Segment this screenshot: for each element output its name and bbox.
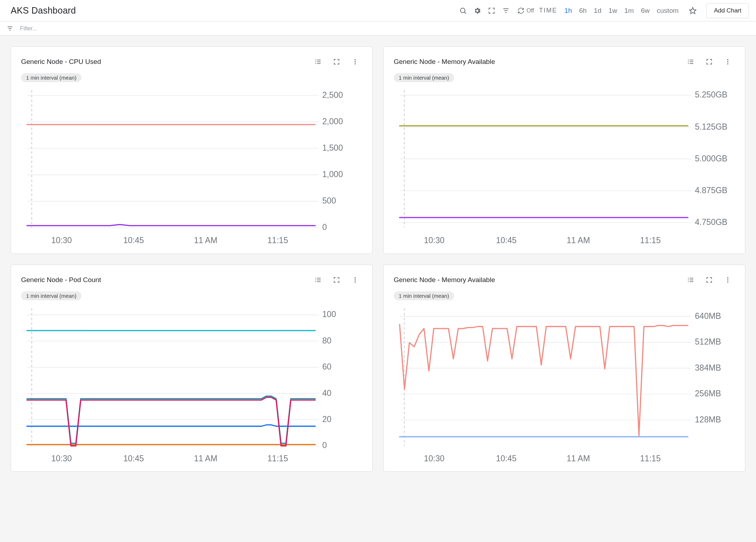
time-option-custom[interactable]: custom [657,7,678,15]
svg-text:10:45: 10:45 [496,453,517,463]
series-pod-blue [27,425,315,426]
add-chart-button[interactable]: Add Chart [706,3,749,18]
svg-text:11 AM: 11 AM [567,236,590,245]
time-label: TIME [539,7,557,14]
fullscreen-icon[interactable] [485,4,498,17]
aggregation-chip[interactable]: 1 min interval (mean) [394,73,454,82]
svg-text:256MB: 256MB [695,389,721,398]
svg-line-1 [464,12,466,14]
more-vert-icon[interactable] [721,273,734,286]
svg-point-41 [727,59,728,60]
svg-text:1,500: 1,500 [322,143,343,152]
app-bar: AKS Dashboard Off TIME 1h6h1d1w1m6wcusto… [0,0,756,21]
time-option-6h[interactable]: 6h [579,7,587,15]
legend-icon[interactable] [312,55,324,68]
fullscreen-icon[interactable] [330,55,343,68]
refresh-label: Off [527,7,534,14]
svg-text:11:15: 11:15 [640,236,661,245]
time-option-1m[interactable]: 1m [625,7,634,15]
chart-card: Generic Node - Memory Available1 min int… [383,46,745,254]
filter-input[interactable] [17,23,749,34]
series-mem-high [399,324,688,436]
fullscreen-icon[interactable] [703,55,716,68]
svg-text:10:45: 10:45 [496,236,517,245]
svg-text:60: 60 [322,362,332,371]
chart-card: Generic Node - Pod Count1 min interval (… [11,265,373,472]
chart-plot[interactable]: 05001,0001,5002,0002,50010:3010:4511 AM1… [21,84,362,248]
more-vert-icon[interactable] [349,273,362,286]
legend-icon[interactable] [312,273,324,286]
series-cpu-b [27,225,315,226]
svg-text:1,000: 1,000 [322,170,343,179]
filter-icon[interactable] [4,22,16,35]
chart-title: Generic Node - Memory Available [394,58,495,66]
legend-icon[interactable] [684,55,697,68]
svg-text:0: 0 [322,222,327,232]
refresh-toggle[interactable]: Off [517,7,534,14]
svg-text:10:30: 10:30 [424,236,444,245]
chart-title: Generic Node - Pod Count [21,276,101,284]
aggregation-chip[interactable]: 1 min interval (mean) [21,291,81,300]
filter-bar [0,21,756,36]
chart-card: Generic Node - CPU Used1 min interval (m… [11,46,373,254]
svg-point-42 [727,61,728,62]
svg-text:2,000: 2,000 [322,117,343,126]
svg-text:10:45: 10:45 [123,453,144,463]
series-pod-pink [27,397,315,446]
chart-plot[interactable]: 02040608010010:3010:4511 AM11:15 [21,302,362,466]
chart-plot[interactable]: 4.750GB4.875GB5.000GB5.125GB5.250GB10:30… [394,84,735,248]
svg-text:384MB: 384MB [695,363,721,372]
svg-point-65 [354,277,355,278]
time-option-6w[interactable]: 6w [641,7,650,15]
chart-card: Generic Node - Memory Available1 min int… [383,265,745,472]
svg-text:10:30: 10:30 [51,236,72,245]
page-title: AKS Dashboard [11,5,76,16]
svg-text:500: 500 [322,196,336,205]
svg-point-17 [354,63,355,64]
svg-text:10:30: 10:30 [51,453,72,463]
legend-icon[interactable] [684,273,697,286]
svg-text:0: 0 [322,441,327,450]
time-range-selector: 1h6h1d1w1m6wcustom [561,7,682,15]
more-vert-icon[interactable] [721,55,734,68]
svg-text:10:45: 10:45 [123,236,144,245]
svg-point-15 [354,59,355,60]
aggregation-chip[interactable]: 1 min interval (mean) [394,291,454,300]
svg-text:4.750GB: 4.750GB [695,217,727,227]
svg-text:20: 20 [322,415,332,424]
svg-text:2,500: 2,500 [322,90,343,100]
aggregation-chip[interactable]: 1 min interval (mean) [21,73,81,82]
svg-text:5.250GB: 5.250GB [695,90,727,99]
svg-text:5.125GB: 5.125GB [695,122,727,131]
svg-text:80: 80 [322,336,332,345]
svg-text:4.875GB: 4.875GB [695,186,727,195]
chart-title: Generic Node - Memory Available [394,276,495,284]
time-option-1h[interactable]: 1h [564,7,572,15]
more-vert-icon[interactable] [349,55,362,68]
svg-text:128MB: 128MB [695,415,721,424]
svg-point-91 [727,277,728,278]
svg-text:512MB: 512MB [695,337,721,346]
svg-point-67 [354,281,355,282]
svg-text:100: 100 [322,310,336,319]
fullscreen-icon[interactable] [330,273,343,286]
chart-plot[interactable]: 128MB256MB384MB512MB640MB10:3010:4511 AM… [394,302,735,466]
star-icon[interactable] [686,4,699,17]
svg-text:640MB: 640MB [695,311,721,320]
time-option-1d[interactable]: 1d [594,7,601,15]
svg-text:11:15: 11:15 [640,453,661,463]
gear-icon[interactable] [471,4,484,17]
search-icon[interactable] [457,4,469,17]
svg-point-93 [727,281,728,282]
svg-point-66 [354,279,355,280]
fullscreen-icon[interactable] [703,273,716,286]
svg-text:11:15: 11:15 [268,453,288,463]
chart-title: Generic Node - CPU Used [21,58,101,66]
svg-point-92 [727,279,728,280]
svg-point-16 [354,61,355,62]
time-option-1w[interactable]: 1w [608,7,617,15]
svg-text:5.000GB: 5.000GB [695,154,727,163]
svg-text:10:30: 10:30 [424,453,444,463]
svg-text:11 AM: 11 AM [194,236,217,245]
filter-list-icon[interactable] [499,4,512,17]
